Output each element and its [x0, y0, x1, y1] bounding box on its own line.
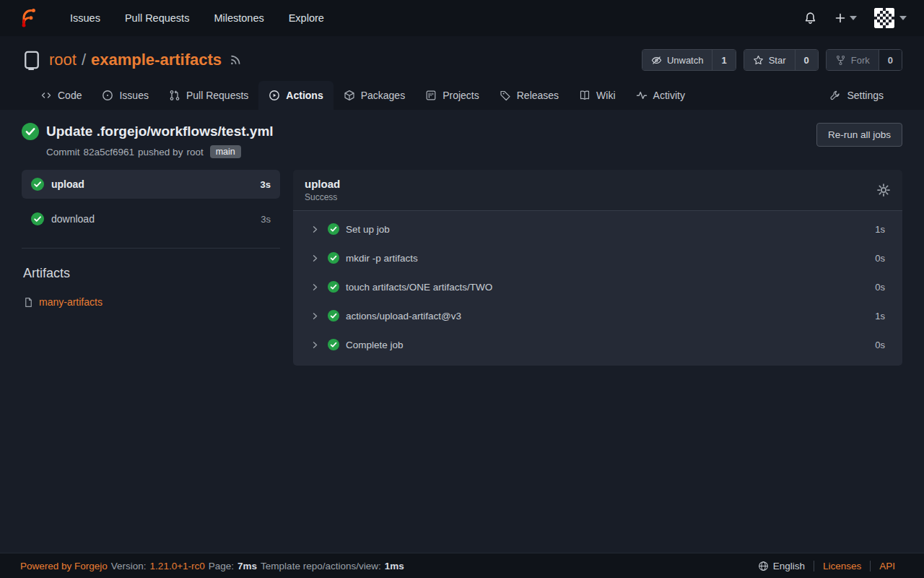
- create-new-dropdown[interactable]: [834, 12, 857, 24]
- success-check-icon: [328, 223, 339, 235]
- success-check-icon: [22, 123, 39, 140]
- fork-button[interactable]: Fork 0: [826, 49, 902, 71]
- job-duration: 3s: [261, 214, 271, 225]
- success-check-icon: [328, 310, 339, 322]
- jobs-sidebar: upload 3s download 3s Artifacts many-art…: [22, 170, 280, 366]
- chevron-right-icon: [310, 282, 320, 292]
- fork-icon: [835, 55, 846, 66]
- chevron-down-icon: [899, 16, 907, 20]
- sidebar-divider: [22, 248, 280, 249]
- tag-icon: [500, 90, 511, 101]
- step-duration: 0s: [875, 282, 885, 293]
- job-duration: 3s: [261, 179, 271, 190]
- step-row-upload-artifact[interactable]: actions/upload-artifact@v3 1s: [293, 301, 902, 330]
- job-detail-name: upload: [305, 178, 340, 190]
- tab-actions[interactable]: Actions: [258, 81, 333, 110]
- page-time: 7ms: [237, 561, 257, 571]
- step-row-complete-job[interactable]: Complete job 0s: [293, 330, 902, 359]
- run-title-block: Update .forgejo/workflows/test.yml Commi…: [22, 123, 274, 158]
- success-check-icon: [31, 178, 44, 191]
- success-check-icon: [328, 339, 339, 350]
- book-icon: [579, 90, 590, 101]
- user-menu-dropdown[interactable]: [874, 8, 907, 28]
- nav-item-issues[interactable]: Issues: [61, 8, 110, 28]
- footer: Powered by Forgejo Version: 1.21.0+1-rc0…: [0, 553, 924, 578]
- watch-count[interactable]: 1: [712, 50, 735, 70]
- avatar: [874, 8, 894, 28]
- language-selector[interactable]: English: [758, 561, 814, 571]
- actions-run-view: Update .forgejo/workflows/test.yml Commi…: [0, 110, 924, 553]
- tab-code[interactable]: Code: [30, 81, 92, 110]
- tab-issues[interactable]: Issues: [92, 81, 158, 110]
- file-icon: [23, 297, 34, 308]
- powered-by-link[interactable]: Powered by Forgejo: [20, 561, 108, 571]
- step-duration: 0s: [875, 253, 885, 264]
- repo-header: root / example-artifacts Unwatch 1: [0, 36, 924, 110]
- package-icon: [344, 90, 355, 101]
- tools-icon: [829, 90, 841, 101]
- tab-settings[interactable]: Settings: [819, 81, 894, 110]
- success-check-icon: [328, 281, 339, 293]
- commit-sha-link[interactable]: 82a5cf6961: [84, 147, 135, 158]
- version-label: Version:: [111, 561, 147, 571]
- chevron-right-icon: [310, 254, 320, 263]
- chevron-right-icon: [310, 340, 320, 350]
- issue-icon: [102, 90, 113, 101]
- project-board-icon: [425, 90, 437, 101]
- navbar-right: [803, 8, 907, 28]
- repo-name-link[interactable]: example-artifacts: [91, 51, 222, 69]
- rerun-all-jobs-button[interactable]: Re-run all jobs: [816, 123, 902, 147]
- tab-activity[interactable]: Activity: [626, 81, 695, 110]
- rss-icon[interactable]: [229, 53, 242, 66]
- star-count[interactable]: 0: [795, 50, 818, 70]
- tab-pull-requests[interactable]: Pull Requests: [159, 81, 258, 110]
- fork-count[interactable]: 0: [879, 50, 902, 70]
- star-icon: [753, 55, 764, 66]
- repo-owner-link[interactable]: root: [49, 51, 77, 69]
- artifact-download-link: many-artifacts: [39, 296, 103, 308]
- job-item-download[interactable]: download 3s: [22, 204, 280, 233]
- pull-request-icon: [169, 90, 180, 101]
- globe-icon: [758, 561, 769, 571]
- artifact-item[interactable]: many-artifacts: [22, 296, 280, 308]
- top-navbar: Issues Pull Requests Milestones Explore: [0, 0, 924, 36]
- breadcrumb: root / example-artifacts: [49, 51, 222, 69]
- star-label: Star: [769, 55, 786, 66]
- page-time-label: Page:: [209, 561, 234, 571]
- gear-icon[interactable]: [876, 183, 891, 197]
- artifacts-heading: Artifacts: [23, 266, 280, 281]
- nav-item-milestones[interactable]: Milestones: [204, 8, 273, 28]
- unwatch-label: Unwatch: [667, 55, 704, 66]
- step-row-setup-job[interactable]: Set up job 1s: [293, 215, 902, 243]
- branch-badge[interactable]: main: [210, 145, 241, 158]
- navbar-links: Issues Pull Requests Milestones Explore: [61, 8, 334, 28]
- step-duration: 1s: [875, 224, 885, 235]
- nav-item-explore[interactable]: Explore: [279, 8, 334, 28]
- step-row-touch[interactable]: touch artifacts/ONE artifacts/TWO 0s: [293, 272, 902, 301]
- steps-list: Set up job 1s mkdir -p artifacts 0s touc…: [293, 211, 902, 366]
- api-link[interactable]: API: [870, 561, 904, 571]
- notifications-bell-icon[interactable]: [803, 12, 817, 25]
- licenses-link[interactable]: Licenses: [814, 561, 870, 571]
- job-detail-panel: upload Success Set up job 1s mkdir -p: [293, 170, 902, 366]
- plus-icon: [834, 12, 846, 24]
- repo-tabs: Code Issues Pull Requests Actions Packag…: [22, 81, 902, 110]
- step-row-mkdir[interactable]: mkdir -p artifacts 0s: [293, 243, 902, 272]
- commit-author-link[interactable]: root: [186, 147, 203, 158]
- fork-label: Fork: [851, 55, 870, 66]
- version-link[interactable]: 1.21.0+1-rc0: [150, 561, 205, 571]
- tab-releases[interactable]: Releases: [489, 81, 569, 110]
- tab-wiki[interactable]: Wiki: [569, 81, 625, 110]
- star-button[interactable]: Star 0: [744, 49, 819, 71]
- commit-summary: Commit 82a5cf6961 pushed by root main: [46, 145, 274, 158]
- tab-packages[interactable]: Packages: [334, 81, 415, 110]
- unwatch-button[interactable]: Unwatch 1: [642, 49, 736, 71]
- tab-projects[interactable]: Projects: [415, 81, 489, 110]
- status-badge: Success: [305, 192, 340, 202]
- forgejo-logo-icon[interactable]: [17, 7, 39, 29]
- success-check-icon: [328, 252, 339, 264]
- nav-item-pull-requests[interactable]: Pull Requests: [116, 8, 199, 28]
- step-duration: 1s: [875, 311, 885, 322]
- job-item-upload[interactable]: upload 3s: [22, 170, 280, 199]
- step-duration: 0s: [875, 340, 885, 350]
